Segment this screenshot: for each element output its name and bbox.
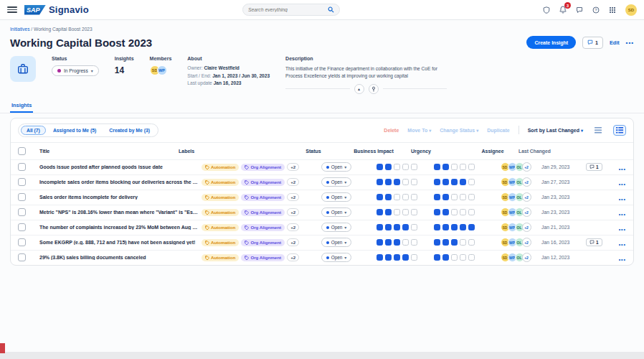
row-assignees[interactable]: SD WP OL +2 [493, 253, 539, 262]
more-assignees-badge[interactable]: +2 [522, 223, 531, 232]
rating-empty-square[interactable] [411, 164, 417, 170]
search-input[interactable] [248, 7, 328, 12]
more-labels-chip[interactable]: +2 [287, 223, 299, 231]
compact-list-view-button[interactable] [592, 125, 605, 136]
rating-empty-square[interactable] [402, 209, 409, 215]
table-row[interactable]: The number of complaints increased by 23… [11, 220, 633, 235]
rating-filled-square[interactable] [385, 179, 392, 185]
urgency-rating[interactable] [434, 194, 490, 200]
business-impact-rating[interactable] [362, 224, 431, 230]
more-assignees-badge[interactable]: +2 [522, 162, 531, 172]
rating-filled-square[interactable] [442, 164, 449, 170]
more-assignees-badge[interactable]: +2 [522, 238, 531, 247]
rating-empty-square[interactable] [468, 209, 475, 215]
rating-filled-square[interactable] [468, 224, 475, 230]
help-icon[interactable]: ? [592, 6, 600, 14]
business-impact-rating[interactable] [362, 179, 431, 185]
label-chip-org-alignment[interactable]: Org Alignment [241, 164, 285, 171]
rating-empty-square[interactable] [394, 194, 400, 200]
business-impact-rating[interactable] [362, 239, 431, 246]
rating-filled-square[interactable] [377, 209, 383, 215]
row-assignees[interactable]: SD WP OL +2 [493, 208, 539, 217]
label-chip-org-alignment[interactable]: Org Alignment [241, 254, 285, 261]
rating-filled-square[interactable] [442, 239, 449, 246]
app-logo[interactable]: SAP Signavio [24, 4, 89, 15]
hamburger-menu-icon[interactable] [7, 6, 17, 13]
row-assignees[interactable]: SD WP OL +2 [493, 192, 539, 202]
comments-button[interactable]: 1 [582, 37, 603, 49]
rating-filled-square[interactable] [377, 254, 383, 261]
row-more-actions[interactable]: ••• [619, 212, 626, 217]
rating-filled-square[interactable] [434, 254, 440, 261]
rating-filled-square[interactable] [377, 194, 383, 200]
rating-filled-square[interactable] [394, 254, 400, 261]
rating-empty-square[interactable] [411, 239, 417, 246]
rating-filled-square[interactable] [442, 254, 449, 261]
label-chip-automation[interactable]: Automation [202, 194, 239, 201]
row-more-actions[interactable]: ••• [619, 197, 626, 202]
breadcrumb-initiatives-link[interactable]: Initiatives [10, 27, 30, 32]
urgency-rating[interactable] [434, 164, 490, 170]
row-status-dropdown[interactable]: Open ▾ [321, 238, 352, 247]
rating-filled-square[interactable] [385, 209, 392, 215]
more-assignees-badge[interactable]: +2 [522, 177, 531, 187]
rating-filled-square[interactable] [385, 254, 392, 261]
more-labels-chip[interactable]: +2 [287, 238, 299, 246]
feedback-chat-icon[interactable] [576, 6, 583, 14]
rating-filled-square[interactable] [434, 194, 440, 200]
rating-empty-square[interactable] [394, 209, 400, 215]
table-row[interactable]: 29% (3.8K) sales billing documents cance… [11, 250, 633, 265]
more-labels-chip[interactable]: +2 [287, 193, 299, 201]
rating-empty-square[interactable] [460, 164, 466, 170]
rating-filled-square[interactable] [385, 194, 392, 200]
rating-filled-square[interactable] [394, 224, 400, 230]
rating-filled-square[interactable] [460, 179, 466, 185]
rating-filled-square[interactable] [434, 179, 440, 185]
notifications-bell-icon[interactable]: 3 [559, 6, 567, 14]
row-checkbox[interactable] [18, 178, 26, 186]
rating-filled-square[interactable] [451, 224, 458, 230]
business-impact-rating[interactable] [362, 194, 431, 200]
edit-button[interactable]: Edit [610, 39, 620, 46]
row-more-actions[interactable]: ••• [619, 167, 626, 172]
label-chip-automation[interactable]: Automation [202, 224, 239, 231]
rating-filled-square[interactable] [377, 179, 383, 185]
select-all-checkbox[interactable] [18, 147, 26, 155]
filter-assigned-to-me[interactable]: Assigned to Me (5) [47, 126, 102, 135]
rating-empty-square[interactable] [402, 179, 409, 185]
rating-filled-square[interactable] [434, 224, 440, 230]
row-checkbox[interactable] [18, 163, 26, 171]
table-row[interactable]: Sales order items incomplete for deliver… [11, 190, 633, 205]
rating-filled-square[interactable] [402, 254, 409, 261]
rating-empty-square[interactable] [468, 194, 475, 200]
more-labels-chip[interactable]: +2 [287, 163, 299, 171]
row-checkbox[interactable] [18, 253, 26, 261]
row-more-actions[interactable]: ••• [619, 227, 626, 232]
row-status-dropdown[interactable]: Open ▾ [321, 177, 352, 187]
rating-empty-square[interactable] [411, 209, 417, 215]
rating-empty-square[interactable] [402, 164, 409, 170]
label-chip-automation[interactable]: Automation [202, 239, 239, 246]
more-assignees-badge[interactable]: +2 [522, 192, 531, 202]
label-chip-org-alignment[interactable]: Org Alignment [241, 209, 285, 216]
rating-empty-square[interactable] [451, 164, 458, 170]
row-checkbox[interactable] [18, 238, 26, 246]
business-impact-rating[interactable] [362, 164, 431, 170]
detailed-list-view-button[interactable] [613, 125, 626, 136]
shield-icon[interactable] [543, 6, 550, 14]
rating-empty-square[interactable] [451, 209, 458, 215]
tab-insights[interactable]: Insights [10, 99, 33, 113]
more-assignees-badge[interactable]: +2 [522, 253, 531, 262]
rating-filled-square[interactable] [394, 239, 400, 246]
label-chip-automation[interactable]: Automation [202, 164, 239, 171]
create-insight-button[interactable]: Create Insight [526, 36, 576, 49]
rating-filled-square[interactable] [442, 179, 449, 185]
more-labels-chip[interactable]: +2 [287, 208, 299, 216]
rating-filled-square[interactable] [451, 179, 458, 185]
rating-filled-square[interactable] [442, 209, 449, 215]
rating-empty-square[interactable] [451, 194, 458, 200]
urgency-rating[interactable] [434, 224, 490, 230]
filter-created-by-me[interactable]: Created by Me (3) [103, 126, 156, 135]
row-comment-badge[interactable]: 1 [586, 163, 602, 171]
more-actions-button[interactable]: ••• [626, 39, 634, 46]
